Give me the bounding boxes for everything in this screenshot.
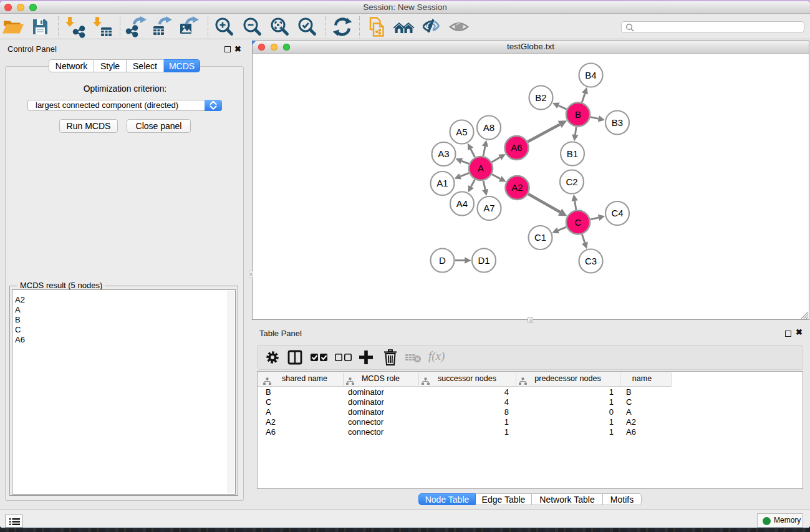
svg-text:D: D: [439, 255, 446, 266]
svg-text:C: C: [575, 217, 582, 228]
svg-text:B2: B2: [535, 92, 546, 103]
svg-text:D1: D1: [478, 255, 489, 266]
svg-text:B: B: [575, 109, 581, 120]
svg-text:C3: C3: [585, 256, 597, 266]
svg-text:A3: A3: [438, 148, 449, 159]
svg-text:A5: A5: [456, 127, 467, 137]
svg-text:B1: B1: [567, 148, 578, 159]
svg-text:A6: A6: [511, 142, 522, 153]
svg-text:A4: A4: [456, 198, 468, 209]
svg-text:A1: A1: [436, 178, 448, 188]
svg-text:C4: C4: [611, 208, 623, 218]
svg-text:C1: C1: [534, 232, 546, 243]
svg-text:C2: C2: [566, 177, 577, 187]
svg-text:B4: B4: [585, 70, 596, 80]
svg-text:A: A: [478, 163, 484, 173]
svg-text:A2: A2: [511, 182, 523, 193]
svg-text:A7: A7: [483, 203, 494, 213]
svg-text:A8: A8: [483, 122, 494, 133]
svg-text:B3: B3: [612, 117, 623, 128]
